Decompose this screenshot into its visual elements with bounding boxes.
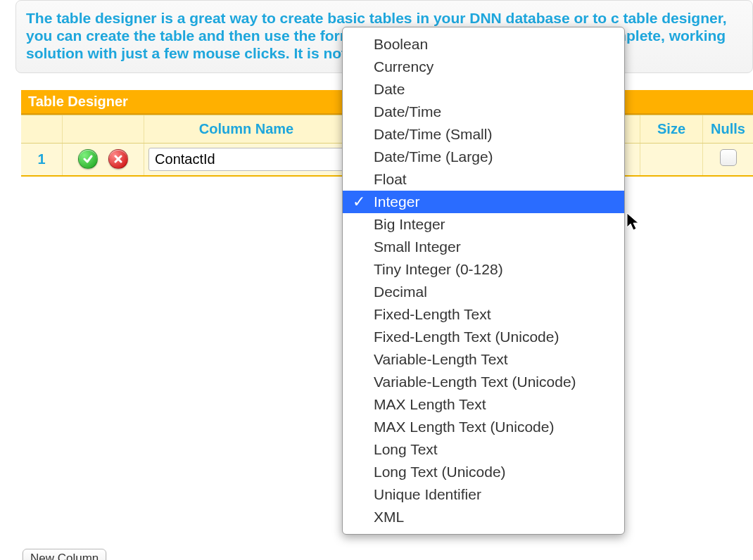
dropdown-item[interactable]: Variable-Length Text (Unicode) <box>343 371 624 393</box>
col-header-name: Column Name <box>144 115 349 143</box>
col-header-nulls: Nulls <box>703 115 753 143</box>
dropdown-item-label: Fixed-Length Text <box>374 306 491 322</box>
dropdown-item-label: Date/Time <box>374 103 441 120</box>
dropdown-item-label: MAX Length Text (Unicode) <box>374 419 554 435</box>
dropdown-item[interactable]: Variable-Length Text <box>343 348 624 371</box>
dropdown-item[interactable]: Float <box>343 168 624 191</box>
dropdown-item[interactable]: Date/Time (Small) <box>343 123 624 146</box>
dropdown-item-label: Date/Time (Small) <box>374 126 492 142</box>
new-column-button[interactable]: New Column <box>23 549 106 560</box>
dropdown-item[interactable]: Fixed-Length Text <box>343 303 624 326</box>
dropdown-item[interactable]: Boolean <box>343 33 624 56</box>
dropdown-item-label: Small Integer <box>374 238 461 255</box>
dropdown-item[interactable]: MAX Length Text (Unicode) <box>343 416 624 438</box>
dropdown-item-label: Fixed-Length Text (Unicode) <box>374 329 559 345</box>
dropdown-item[interactable]: Tiny Integer (0-128) <box>343 258 624 281</box>
size-cell <box>640 143 703 176</box>
dropdown-item-label: Tiny Integer (0-128) <box>374 261 503 277</box>
dropdown-item[interactable]: Date/Time (Large) <box>343 146 624 168</box>
dropdown-item-label: Long Text (Unicode) <box>374 464 506 480</box>
column-name-cell <box>144 143 349 176</box>
dropdown-item-label: Date <box>374 81 405 97</box>
dropdown-item-label: Unique Identifier <box>374 486 481 502</box>
dropdown-item-label: Variable-Length Text <box>374 351 508 367</box>
dropdown-item[interactable]: ✓Integer <box>343 191 624 213</box>
check-icon: ✓ <box>353 191 365 213</box>
cursor-icon <box>626 212 642 232</box>
dropdown-item[interactable]: MAX Length Text <box>343 393 624 416</box>
dropdown-item-label: Boolean <box>374 36 428 52</box>
data-type-dropdown[interactable]: BooleanCurrencyDateDate/TimeDate/Time (S… <box>342 27 625 535</box>
nulls-checkbox[interactable] <box>720 149 737 166</box>
dropdown-item[interactable]: Decimal <box>343 281 624 303</box>
dropdown-item[interactable]: Unique Identifier <box>343 483 624 506</box>
dropdown-item[interactable]: Long Text <box>343 438 624 461</box>
dropdown-item-label: Currency <box>374 58 434 75</box>
dropdown-item[interactable]: XML <box>343 506 624 528</box>
delete-icon[interactable] <box>108 149 128 169</box>
col-header-actions <box>63 115 144 143</box>
dropdown-item-label: Long Text <box>374 441 438 457</box>
accept-icon[interactable] <box>78 149 98 169</box>
dropdown-item[interactable]: Date/Time <box>343 101 624 123</box>
dropdown-item[interactable]: Currency <box>343 56 624 78</box>
dropdown-item[interactable]: Fixed-Length Text (Unicode) <box>343 326 624 348</box>
col-header-size: Size <box>640 115 703 143</box>
dropdown-item[interactable]: Small Integer <box>343 236 624 258</box>
dropdown-item-label: Float <box>374 171 407 187</box>
row-actions <box>63 143 144 176</box>
dropdown-item-label: Big Integer <box>374 216 445 232</box>
dropdown-item[interactable]: Big Integer <box>343 213 624 236</box>
dropdown-item[interactable]: Date <box>343 78 624 101</box>
dropdown-item-label: Date/Time (Large) <box>374 148 493 165</box>
dropdown-item-label: Decimal <box>374 284 427 300</box>
dropdown-item[interactable]: Long Text (Unicode) <box>343 461 624 483</box>
col-header-rownum <box>21 115 63 143</box>
dropdown-item-label: Integer <box>374 193 419 210</box>
nulls-cell <box>703 143 753 176</box>
row-number: 1 <box>21 143 63 176</box>
dropdown-item-label: MAX Length Text <box>374 396 486 412</box>
dropdown-item-label: XML <box>374 509 404 525</box>
dropdown-item-label: Variable-Length Text (Unicode) <box>374 374 576 390</box>
column-name-input[interactable] <box>148 148 344 171</box>
